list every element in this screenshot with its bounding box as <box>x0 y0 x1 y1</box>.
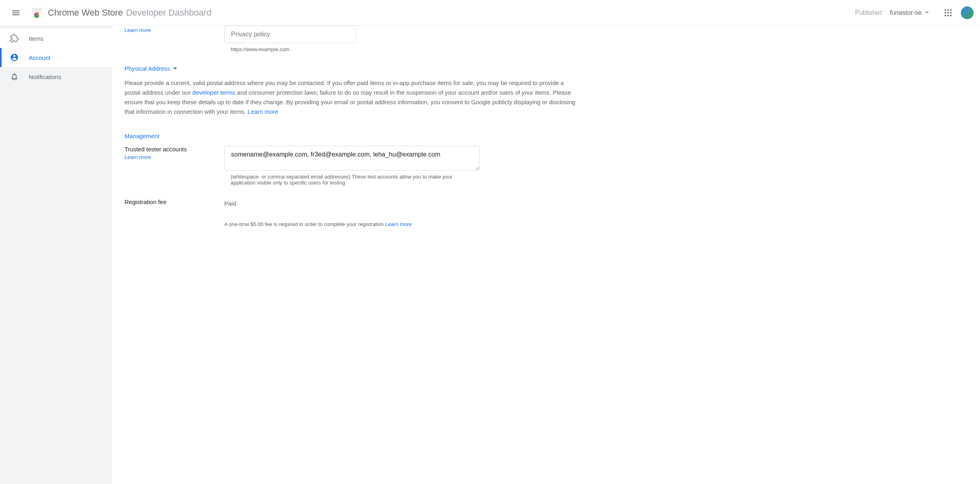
publisher-selector-area: Publisher: funastor-se <box>855 9 929 16</box>
svg-point-9 <box>944 15 946 16</box>
svg-rect-0 <box>32 8 41 12</box>
svg-point-3 <box>944 9 946 11</box>
title-product-name: Chrome Web Store <box>48 8 123 18</box>
svg-point-7 <box>947 12 949 14</box>
expand-icon <box>173 67 177 69</box>
address-learn-more-link[interactable]: Learn more <box>247 108 278 115</box>
chrome-web-store-logo <box>29 5 45 21</box>
sidebar-item-items[interactable]: Items <box>0 29 112 48</box>
physical-address-header[interactable]: Physical Address <box>124 65 578 72</box>
publisher-dropdown[interactable]: funastor-se <box>890 9 929 16</box>
hamburger-menu-button[interactable] <box>6 3 26 22</box>
svg-point-4 <box>947 9 949 11</box>
trusted-testers-helper: (whitespace- or comma-separated email ad… <box>231 174 470 186</box>
registration-fee-value: Paid <box>224 198 578 208</box>
apps-grid-icon <box>944 9 952 16</box>
svg-point-6 <box>944 12 946 14</box>
bell-icon <box>10 72 19 81</box>
trusted-testers-label: Trusted tester accounts <box>124 146 187 153</box>
management-title: Management <box>124 133 160 139</box>
management-header: Management <box>124 133 578 139</box>
page-content: Learn more https://www.example.com Physi… <box>112 26 591 484</box>
sidebar-item-label: Items <box>29 35 43 42</box>
trusted-testers-input[interactable] <box>224 146 480 171</box>
main-layout: Items Account Notifications Learn more h… <box>0 26 980 484</box>
svg-point-2 <box>36 14 38 16</box>
developer-terms-link[interactable]: developer terms <box>192 89 235 96</box>
privacy-helper-text: https://www.example.com <box>231 46 578 52</box>
publisher-value: funastor-se <box>890 9 922 16</box>
privacy-learn-more-link[interactable]: Learn more <box>124 27 224 33</box>
trusted-testers-learn-more-link[interactable]: Learn more <box>124 154 224 160</box>
registration-fee-learn-more-link[interactable]: Learn more <box>385 221 411 227</box>
sidebar-nav: Items Account Notifications <box>0 26 112 484</box>
sidebar-item-account[interactable]: Account <box>0 48 112 67</box>
sidebar-item-label: Notifications <box>29 73 61 80</box>
sidebar-item-notifications[interactable]: Notifications <box>0 67 112 86</box>
registration-fee-label: Registration fee <box>124 198 166 205</box>
google-apps-button[interactable] <box>939 3 958 22</box>
sidebar-item-label: Account <box>29 54 50 61</box>
registration-fee-helper: A one-time $5.00 fee is required in orde… <box>224 221 578 227</box>
physical-address-description: Please provide a current, valid postal a… <box>124 78 578 117</box>
privacy-policy-input[interactable] <box>224 26 356 43</box>
header-title: Chrome Web Store Developer Dashboard <box>48 8 855 18</box>
svg-point-8 <box>950 12 952 14</box>
cws-logo-icon <box>30 6 43 19</box>
app-header: Chrome Web Store Developer Dashboard Pub… <box>0 0 980 26</box>
svg-point-10 <box>947 15 949 16</box>
registration-fee-field: Registration fee Paid A one-time $5.00 f… <box>124 198 578 227</box>
hamburger-icon <box>11 8 21 18</box>
extension-icon <box>10 34 19 43</box>
svg-point-11 <box>950 15 952 16</box>
physical-address-title: Physical Address <box>124 65 170 72</box>
account-icon <box>10 53 19 62</box>
privacy-policy-field: Learn more https://www.example.com <box>124 26 578 52</box>
dropdown-icon <box>925 12 929 14</box>
trusted-testers-field: Trusted tester accounts Learn more (whit… <box>124 146 578 186</box>
svg-point-5 <box>950 9 952 11</box>
title-section-name: Developer Dashboard <box>126 8 211 18</box>
publisher-label: Publisher: <box>855 9 883 16</box>
user-avatar[interactable] <box>961 6 974 19</box>
